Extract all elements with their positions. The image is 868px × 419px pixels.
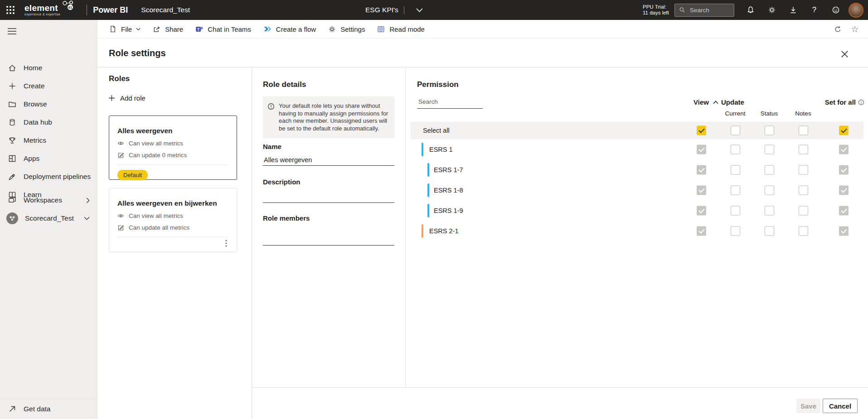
add-role-button[interactable]: Add role xyxy=(108,94,145,102)
role-card-more-button[interactable] xyxy=(220,237,232,249)
role-card-update-permission: Can update all metrics xyxy=(117,224,228,231)
get-data-button[interactable]: Get data xyxy=(0,399,97,419)
download-button[interactable] xyxy=(782,0,804,20)
checkbox-status[interactable] xyxy=(765,165,774,174)
scorecard-name-label: ESG KPI's xyxy=(365,6,398,14)
metric-color-bar xyxy=(422,224,423,238)
chat-in-teams-button[interactable]: T Chat in Teams xyxy=(189,20,257,38)
sidebar-item-workspaces[interactable]: Workspaces xyxy=(0,191,97,209)
checkbox-notes[interactable] xyxy=(799,185,808,195)
share-button[interactable]: Share xyxy=(146,20,189,38)
checkbox-set-for-all[interactable] xyxy=(839,185,849,195)
ellipsis-icon xyxy=(225,240,227,247)
sidebar-item-apps[interactable]: Apps xyxy=(0,149,97,168)
checkbox-select-all-view[interactable] xyxy=(697,126,706,135)
save-button[interactable]: Save xyxy=(796,399,820,413)
checkbox-status[interactable] xyxy=(765,226,774,236)
role-card-view-permission: Can view all metrics xyxy=(117,140,228,147)
sidebar-item-deployment-pipelines[interactable]: Deployment pipelines xyxy=(0,168,97,186)
edit-icon xyxy=(117,152,124,159)
workspace-avatar xyxy=(6,212,18,224)
sidebar-item-label: Scorecard_Test xyxy=(25,214,74,222)
checkbox-set-for-all[interactable] xyxy=(839,206,849,215)
sidebar-item-home[interactable]: Home xyxy=(0,59,97,77)
checkbox-select-all-notes[interactable] xyxy=(799,126,808,135)
download-icon xyxy=(789,5,798,14)
sidebar-item-browse[interactable]: Browse xyxy=(0,95,97,113)
role-card-alles-weergeven[interactable]: Alles weergeven Can view all metrics Can… xyxy=(109,116,237,180)
checkbox-notes[interactable] xyxy=(799,226,808,236)
nav-collapse-button[interactable] xyxy=(4,24,20,39)
role-card-alles-weergeven-en-bijwerken[interactable]: Alles weergeven en bijwerken Can view al… xyxy=(109,188,237,252)
update-collapse-chevron[interactable] xyxy=(713,101,718,104)
powerbi-title: Power BI xyxy=(93,5,128,15)
role-description-input[interactable] xyxy=(263,188,394,203)
metric-color-bar xyxy=(427,204,429,217)
file-menu-button[interactable]: File xyxy=(103,20,146,38)
feedback-button[interactable] xyxy=(825,0,846,20)
checkbox-set-for-all[interactable] xyxy=(839,226,849,236)
plus-icon xyxy=(108,95,115,101)
eye-icon xyxy=(117,212,124,219)
favorite-button[interactable]: ☆ xyxy=(846,20,863,38)
user-avatar[interactable] xyxy=(849,3,863,18)
share-label: Share xyxy=(165,25,183,33)
checkbox-status[interactable] xyxy=(765,144,774,154)
checkbox-select-all-set-for-all[interactable] xyxy=(839,126,849,135)
checkbox-notes[interactable] xyxy=(799,165,808,174)
sidebar-item-metrics[interactable]: Metrics xyxy=(0,131,97,149)
role-members-input[interactable] xyxy=(263,224,394,246)
cancel-button[interactable]: Cancel xyxy=(823,399,858,413)
checkbox-current[interactable] xyxy=(731,165,740,174)
info-text: Your default role lets you share without… xyxy=(279,102,389,132)
checkbox-view[interactable] xyxy=(697,226,706,236)
home-icon xyxy=(8,63,17,72)
name-label: Name xyxy=(263,143,281,150)
help-button[interactable]: ? xyxy=(804,0,825,20)
refresh-button[interactable] xyxy=(829,20,846,38)
add-role-label: Add role xyxy=(120,94,145,102)
permission-rows: ESRS 1 ESRS 1-7 ESRS 1-8 ESRS 1-9 ES xyxy=(410,139,863,241)
column-header-status: Status xyxy=(756,110,783,117)
checkbox-notes[interactable] xyxy=(799,144,808,154)
metric-color-bar xyxy=(427,163,429,177)
checkbox-view[interactable] xyxy=(697,165,706,174)
global-search-box[interactable] xyxy=(674,4,734,17)
toolbar-settings-button[interactable]: Settings xyxy=(322,20,371,38)
settings-button[interactable] xyxy=(761,0,782,20)
column-header-set-for-all: Set for all xyxy=(825,98,864,106)
topbar-actions: PPU Trial: 11 days left ? xyxy=(643,0,865,20)
permission-search-input[interactable] xyxy=(417,95,483,109)
scorecard-switcher-chevron[interactable] xyxy=(416,8,423,12)
checkbox-set-for-all[interactable] xyxy=(839,144,849,154)
create-a-flow-button[interactable]: Create a flow xyxy=(257,20,322,38)
checkbox-current[interactable] xyxy=(731,226,740,236)
checkbox-status[interactable] xyxy=(765,185,774,195)
sidebar-item-create[interactable]: Create xyxy=(0,77,97,95)
checkbox-select-all-status[interactable] xyxy=(765,126,774,135)
sidebar-item-label: Apps xyxy=(24,154,39,163)
roles-panel: Roles Add role Alles weergeven Can view … xyxy=(97,67,252,419)
sidebar-item-current-workspace[interactable]: Scorecard_Test xyxy=(0,209,97,227)
checkbox-view[interactable] xyxy=(697,185,706,195)
role-name-input[interactable] xyxy=(263,154,394,166)
checkbox-current[interactable] xyxy=(731,144,740,154)
checkbox-set-for-all[interactable] xyxy=(839,165,849,174)
trophy-icon xyxy=(8,136,17,145)
checkbox-notes[interactable] xyxy=(799,206,808,215)
checkbox-current[interactable] xyxy=(731,185,740,195)
read-mode-button[interactable]: Read mode xyxy=(371,20,431,38)
checkbox-view[interactable] xyxy=(697,144,706,154)
metric-color-bar xyxy=(422,143,423,156)
notifications-button[interactable] xyxy=(740,0,761,20)
sidebar-item-data-hub[interactable]: Data hub xyxy=(0,113,97,131)
checkbox-current[interactable] xyxy=(731,206,740,215)
close-dialog-button[interactable] xyxy=(839,48,850,59)
checkbox-select-all-current[interactable] xyxy=(731,126,740,135)
checkbox-status[interactable] xyxy=(765,206,774,215)
chevron-down-icon xyxy=(136,28,141,31)
app-launcher-button[interactable] xyxy=(0,0,21,20)
checkbox-view[interactable] xyxy=(697,206,706,215)
card-divider xyxy=(117,164,228,165)
global-search-input[interactable] xyxy=(689,6,730,14)
